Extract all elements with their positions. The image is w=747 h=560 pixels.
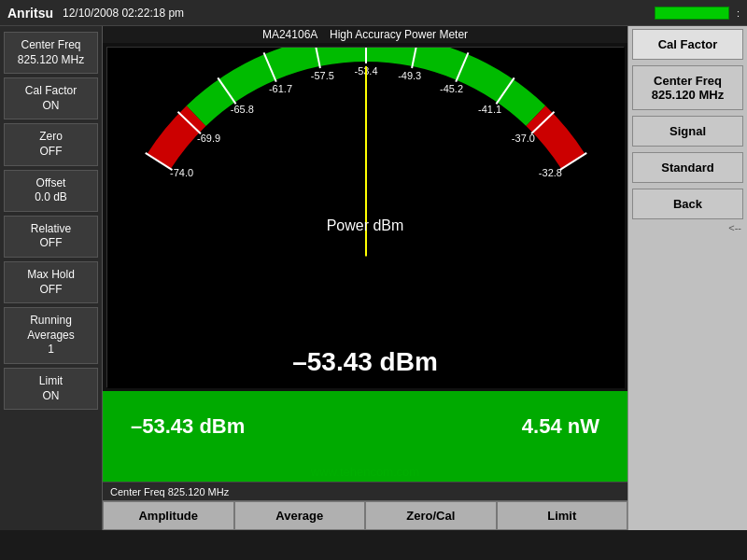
- sidebar-offset[interactable]: Offset 0.0 dB: [4, 170, 98, 212]
- watermark-bar: www.tehencom.com: [103, 461, 627, 482]
- bottom-nav: Amplitude Average Zero/Cal Limit: [103, 500, 627, 530]
- status-text: Center Freq 825.120 MHz: [110, 486, 229, 497]
- right-back-btn[interactable]: Back: [632, 189, 743, 219]
- power-label: Power dBm: [327, 217, 404, 234]
- right-cal-factor[interactable]: Cal Factor: [632, 29, 743, 60]
- main-layout: Center Freq 825.120 MHz Cal Factor ON Ze…: [0, 26, 747, 530]
- nw-value: 4.54 nW: [522, 414, 599, 439]
- indicator-label: :: [737, 7, 740, 19]
- right-signal[interactable]: Signal: [632, 116, 743, 147]
- device-description: High Accuracy Power Meter: [330, 28, 468, 41]
- sidebar-cal-factor[interactable]: Cal Factor ON: [4, 77, 98, 119]
- right-standard[interactable]: Standard: [632, 152, 743, 183]
- header-left: Anritsu 12/10/2008 02:22:18 pm: [7, 6, 184, 21]
- bottom-status: Center Freq 825.120 MHz: [103, 482, 627, 500]
- nav-amplitude[interactable]: Amplitude: [103, 501, 234, 530]
- nav-average[interactable]: Average: [234, 501, 366, 530]
- right-sidebar: Cal Factor Center Freq 825.120 MHz Signa…: [627, 26, 747, 530]
- nav-limit[interactable]: Limit: [497, 501, 628, 530]
- meter-area: Power dBm –53.43 dBm: [106, 47, 624, 387]
- sidebar-running-averages[interactable]: Running Averages 1: [4, 307, 98, 364]
- watermark: www.tehencom.com: [311, 465, 419, 479]
- sidebar-max-hold[interactable]: Max Hold OFF: [4, 261, 98, 303]
- center-content: MA24106A High Accuracy Power Meter Power…: [103, 26, 627, 530]
- datetime: 12/10/2008 02:22:18 pm: [63, 7, 184, 20]
- green-indicator: [655, 7, 729, 20]
- nav-zerocal[interactable]: Zero/Cal: [365, 501, 497, 530]
- header: Anritsu 12/10/2008 02:22:18 pm :: [0, 0, 747, 26]
- bottom-green-bar: –53.43 dBm 4.54 nW: [103, 391, 627, 461]
- sidebar-zero[interactable]: Zero OFF: [4, 123, 98, 165]
- status-bar: :: [655, 7, 740, 20]
- right-center-freq[interactable]: Center Freq 825.120 MHz: [632, 65, 743, 110]
- logo: Anritsu: [7, 6, 53, 21]
- device-model: MA24106A: [262, 28, 317, 41]
- left-sidebar: Center Freq 825.120 MHz Cal Factor ON Ze…: [0, 26, 103, 530]
- power-display: –53.43 dBm: [292, 347, 438, 377]
- sidebar-limit[interactable]: Limit ON: [4, 368, 98, 410]
- arrow-indicator: <--: [628, 222, 747, 233]
- dbm-value: –53.43 dBm: [131, 414, 245, 439]
- sidebar-relative[interactable]: Relative OFF: [4, 216, 98, 258]
- sidebar-center-freq[interactable]: Center Freq 825.120 MHz: [4, 32, 98, 74]
- device-info: MA24106A High Accuracy Power Meter: [103, 26, 627, 43]
